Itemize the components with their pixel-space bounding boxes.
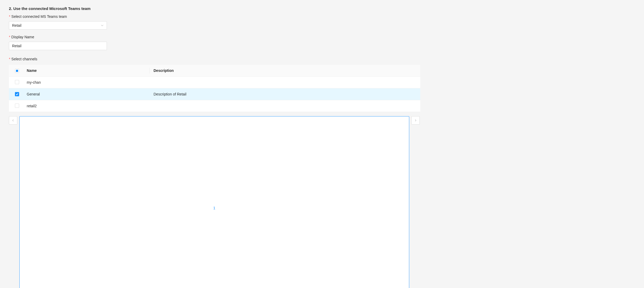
channels-table: Name Description my-chan bbox=[9, 65, 420, 112]
cell-description bbox=[149, 77, 420, 88]
team-select[interactable]: Retail bbox=[9, 21, 107, 30]
row-checkbox[interactable] bbox=[15, 104, 19, 108]
chevron-left-icon bbox=[12, 119, 14, 122]
pagination-next-button[interactable] bbox=[411, 116, 420, 125]
cell-description: Description of Retail bbox=[149, 88, 420, 100]
field-display-name: Display Name bbox=[9, 35, 420, 50]
table-row[interactable]: my-chan bbox=[9, 77, 420, 88]
chevron-right-icon bbox=[414, 119, 417, 122]
select-all-checkbox[interactable] bbox=[15, 69, 19, 73]
cell-description bbox=[149, 100, 420, 112]
team-select-label: Select connected MS Teams team bbox=[9, 14, 420, 19]
chevron-down-icon bbox=[101, 24, 104, 27]
cell-name: General bbox=[23, 88, 149, 100]
form-section: 2. Use the connected Microsoft Teams tea… bbox=[0, 0, 429, 288]
channels-label: Select channels bbox=[9, 57, 420, 61]
table-row[interactable]: retail2 bbox=[9, 100, 420, 112]
column-header-description: Description bbox=[149, 65, 420, 77]
cell-name: retail2 bbox=[23, 100, 149, 112]
pagination-page-1[interactable]: 1 bbox=[19, 116, 409, 288]
team-select-value: Retail bbox=[12, 23, 21, 28]
cell-name: my-chan bbox=[23, 77, 149, 88]
table-header-row: Name Description bbox=[9, 65, 420, 77]
table-row[interactable]: General Description of Retail bbox=[9, 88, 420, 100]
column-header-name: Name bbox=[23, 65, 149, 77]
section-heading: 2. Use the connected Microsoft Teams tea… bbox=[9, 6, 420, 11]
display-name-input[interactable] bbox=[9, 42, 107, 50]
pagination-prev-button[interactable] bbox=[9, 116, 17, 125]
pagination: 1 bbox=[9, 116, 420, 288]
field-team: Select connected MS Teams team Retail bbox=[9, 14, 420, 30]
row-checkbox[interactable] bbox=[15, 92, 19, 96]
display-name-label: Display Name bbox=[9, 35, 420, 39]
row-checkbox[interactable] bbox=[15, 80, 19, 84]
